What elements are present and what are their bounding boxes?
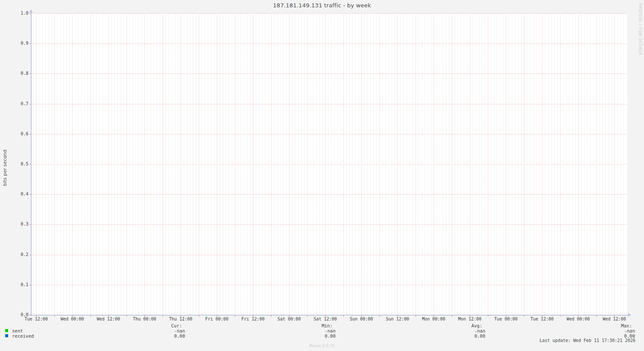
x-axis-tick <box>217 315 217 317</box>
munin-version-text: Munin 2.0.75 <box>0 344 644 348</box>
x-axis-tick <box>488 315 488 317</box>
x-axis-tick <box>181 315 181 317</box>
x-tick-label: Sun 00:00 <box>345 317 378 321</box>
x-tick-label: Tue 00:00 <box>490 317 522 321</box>
last-update-text: Last update: Wed Feb 11 17:30:21 2026 <box>420 338 635 343</box>
x-axis-tick <box>325 315 326 317</box>
grid-major-y <box>31 134 627 134</box>
stat-value: 0.00 <box>284 333 336 339</box>
x-axis-tick <box>452 315 452 317</box>
grid-major-y <box>31 285 627 285</box>
stat-value: -nan <box>133 328 185 333</box>
y-tick-label: 0.2 <box>11 252 28 257</box>
stat-column-header: Min: <box>281 323 333 328</box>
plot-area <box>31 13 627 315</box>
x-axis-tick <box>289 315 290 317</box>
y-tick-label: 0.6 <box>11 131 28 136</box>
grid-major-y <box>31 224 627 225</box>
x-axis-tick <box>145 315 145 317</box>
x-axis-arrow-icon <box>628 313 631 317</box>
x-tick-label: Fri 00:00 <box>200 317 233 321</box>
legend-swatch <box>5 334 8 337</box>
x-axis-tick <box>90 315 91 317</box>
x-tick-label: Wed 12:00 <box>92 317 125 321</box>
x-axis-tick <box>163 315 163 317</box>
y-axis-arrow-icon <box>29 9 33 12</box>
y-tick-label: 0.7 <box>11 101 28 106</box>
stat-column-header: Max: <box>580 323 632 328</box>
rrdtool-watermark: RRDTOOL / TOBI OETIKER <box>638 3 642 55</box>
stat-value: -nan <box>434 328 485 333</box>
x-axis-tick <box>361 315 362 317</box>
legend-label: received <box>12 333 34 339</box>
x-axis-tick <box>578 315 579 317</box>
y-tick-label: 0.9 <box>11 41 28 46</box>
x-tick-label: Thu 12:00 <box>164 317 197 321</box>
stat-column-header: Avg: <box>431 323 482 328</box>
x-tick-label: Mon 00:00 <box>417 317 450 321</box>
legend-label: sent <box>12 328 23 333</box>
y-tick-label: 0.4 <box>11 192 28 196</box>
x-axis-tick <box>199 315 199 317</box>
x-tick-label: Wed 00:00 <box>562 317 595 321</box>
x-axis-tick <box>271 315 271 317</box>
x-tick-label: Fri 12:00 <box>237 317 269 321</box>
x-axis-tick <box>506 315 506 317</box>
chart-title: 187.181.149.131 traffic - by week <box>0 2 644 9</box>
x-tick-label: Sat 12:00 <box>309 317 342 321</box>
x-axis-tick <box>126 315 127 317</box>
x-axis-tick <box>542 315 542 317</box>
x-axis-tick <box>253 315 253 317</box>
x-axis-tick <box>72 315 73 317</box>
x-tick-label: Sat 00:00 <box>273 317 305 321</box>
x-axis-tick <box>596 315 597 317</box>
grid-major-y <box>31 13 627 14</box>
y-tick-label: 0.1 <box>11 282 28 287</box>
grid-major-y <box>31 73 627 74</box>
x-axis-line <box>29 315 628 315</box>
x-axis-tick <box>434 315 434 317</box>
x-tick-label: Tue 12:00 <box>526 317 558 321</box>
grid-major-y <box>31 255 627 255</box>
x-axis-tick <box>343 315 344 317</box>
stat-value: -nan <box>284 328 336 333</box>
y-tick-label: 0.8 <box>11 71 28 76</box>
legend-swatch <box>5 329 8 332</box>
stat-value: -nan <box>583 328 635 333</box>
x-tick-label: Tue 12:00 <box>20 317 52 321</box>
munin-graph: 187.181.149.131 traffic - by week bits p… <box>0 0 644 351</box>
grid-major-y <box>31 164 627 165</box>
x-tick-label: Sun 12:00 <box>381 317 414 321</box>
x-axis-tick <box>235 315 235 317</box>
stat-value: 0.00 <box>583 333 635 339</box>
y-axis-title: bits per second <box>2 150 8 186</box>
stat-value: 0.00 <box>133 333 185 339</box>
stat-column-header: Cur: <box>130 323 182 328</box>
x-axis-tick <box>54 315 55 317</box>
grid-major-y <box>31 104 627 104</box>
x-axis-tick <box>524 315 524 317</box>
x-axis-tick <box>560 315 561 317</box>
x-axis-tick <box>36 315 37 317</box>
y-tick-label: 0.5 <box>11 162 28 166</box>
x-axis-tick <box>614 315 615 317</box>
x-axis-tick <box>379 315 380 317</box>
y-tick-label: 1.0 <box>11 11 28 15</box>
grid-major-y <box>31 43 627 44</box>
y-axis-line <box>31 12 31 316</box>
x-axis-tick <box>470 315 470 317</box>
x-axis-tick <box>416 315 416 317</box>
x-axis-tick <box>307 315 308 317</box>
x-tick-label: Thu 00:00 <box>128 317 161 321</box>
stat-value: 0.00 <box>434 333 485 339</box>
y-tick-label: 0.3 <box>11 222 28 226</box>
x-axis-tick <box>108 315 109 317</box>
x-tick-label: Wed 12:00 <box>598 317 631 321</box>
x-tick-label: Mon 12:00 <box>453 317 486 321</box>
x-axis-tick <box>397 315 398 317</box>
x-tick-label: Wed 00:00 <box>56 317 89 321</box>
grid-major-y <box>31 194 627 195</box>
